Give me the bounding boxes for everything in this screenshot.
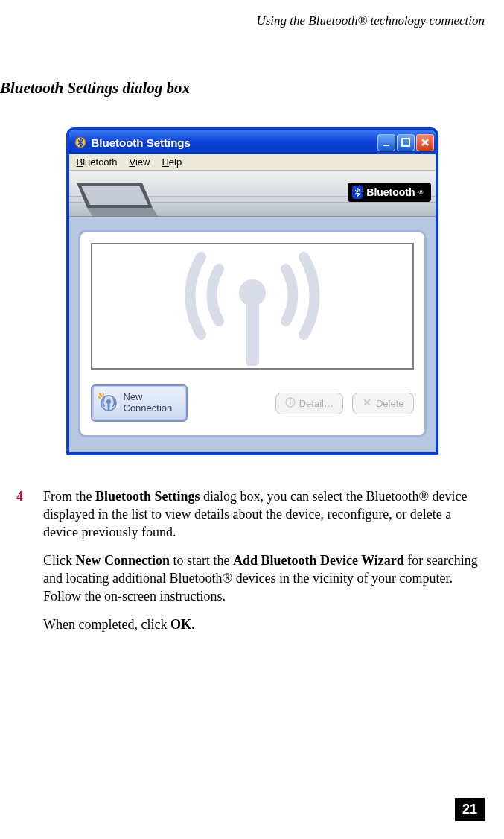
bluetooth-settings-window: Bluetooth Settings Bluetooth View Help — [66, 127, 438, 455]
menu-view[interactable]: View — [129, 156, 150, 168]
section-title-text: Bluetooth Settings dialog box — [0, 79, 190, 97]
body-text: 4 From the Bluetooth Settings dialog box… — [0, 455, 504, 634]
new-connection-icon — [98, 393, 119, 414]
svg-rect-2 — [402, 139, 409, 146]
p3-pre: When completed, click — [43, 617, 170, 632]
detail-button[interactable]: Detail… — [275, 393, 343, 414]
p2-mid: to start the — [170, 553, 233, 568]
svg-rect-1 — [383, 145, 389, 146]
menubar: Bluetooth View Help — [69, 154, 436, 171]
close-x-icon — [362, 397, 372, 410]
p3-post: . — [191, 617, 195, 632]
step-number: 4 — [16, 488, 27, 634]
device-list[interactable] — [91, 243, 414, 370]
window-banner: Bluetooth® — [69, 171, 436, 217]
window-controls — [377, 134, 434, 151]
svg-line-11 — [100, 394, 102, 396]
svg-marker-5 — [87, 208, 159, 217]
menu-bluetooth-rest: luetooth — [83, 156, 117, 168]
menu-help[interactable]: Help — [162, 156, 182, 168]
page-number: 21 — [455, 798, 485, 821]
running-header-text: Using the Bluetooth® technology connecti… — [256, 13, 485, 28]
new-connection-line2: Connection — [124, 402, 173, 414]
detail-button-label: Detail… — [299, 398, 334, 409]
menu-help-rest: elp — [169, 156, 182, 168]
close-button[interactable] — [416, 134, 434, 151]
p2-bold2: Add Bluetooth Device Wizard — [233, 553, 404, 568]
figure-container: Bluetooth Settings Bluetooth View Help — [0, 127, 504, 455]
antenna-watermark-icon — [92, 244, 412, 368]
new-connection-line1: New — [124, 391, 143, 402]
new-connection-label: New Connection — [124, 392, 173, 414]
p3-bold: OK — [170, 617, 191, 632]
button-row: New Connection Detail… — [91, 384, 414, 422]
menu-view-rest: iew — [135, 156, 150, 168]
p1-bold1: Bluetooth Settings — [95, 489, 200, 504]
step-row: 4 From the Bluetooth Settings dialog box… — [16, 488, 488, 634]
titlebar: Bluetooth Settings — [69, 130, 436, 154]
svg-point-16 — [290, 399, 291, 401]
bluetooth-logo-icon — [352, 186, 363, 199]
page-number-text: 21 — [462, 802, 477, 817]
svg-rect-15 — [290, 402, 291, 405]
running-header: Using the Bluetooth® technology connecti… — [0, 0, 504, 28]
p2-pre: Click — [43, 553, 76, 568]
p2-bold1: New Connection — [76, 553, 170, 568]
laptop-icon — [71, 178, 160, 217]
window-title: Bluetooth Settings — [92, 136, 377, 149]
maximize-button[interactable] — [397, 134, 415, 151]
content-panel: New Connection Detail… — [78, 230, 427, 437]
svg-line-13 — [98, 397, 101, 398]
bluetooth-app-icon — [74, 136, 87, 149]
svg-marker-4 — [81, 186, 148, 205]
p1-pre: From the — [43, 489, 95, 504]
delete-button[interactable]: Delete — [352, 393, 414, 414]
bluetooth-badge-text: Bluetooth — [366, 186, 415, 198]
delete-button-label: Delete — [376, 398, 404, 409]
bluetooth-badge: Bluetooth® — [348, 183, 430, 202]
section-title: Bluetooth Settings dialog box — [0, 28, 504, 98]
svg-rect-7 — [246, 293, 259, 366]
step-body: From the Bluetooth Settings dialog box, … — [43, 488, 488, 634]
info-icon — [285, 397, 296, 410]
svg-rect-10 — [107, 402, 109, 411]
content-frame: New Connection Detail… — [69, 217, 436, 452]
new-connection-button[interactable]: New Connection — [91, 384, 188, 422]
svg-line-12 — [103, 393, 103, 395]
minimize-button[interactable] — [377, 134, 395, 151]
trademark: ® — [419, 189, 424, 196]
step-paragraph-3: When completed, click OK. — [43, 616, 488, 634]
step-paragraph-2: Click New Connection to start the Add Bl… — [43, 552, 488, 606]
menu-bluetooth[interactable]: Bluetooth — [77, 156, 118, 168]
step-paragraph-1: From the Bluetooth Settings dialog box, … — [43, 488, 488, 542]
